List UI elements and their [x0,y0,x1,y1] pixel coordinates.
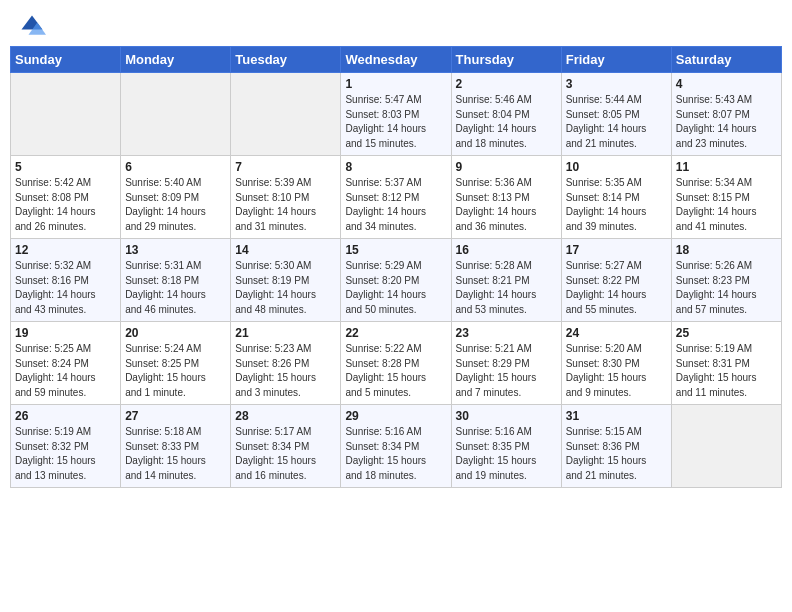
day-info: Sunrise: 5:27 AM Sunset: 8:22 PM Dayligh… [566,259,667,317]
day-number: 28 [235,409,336,423]
calendar-cell: 10Sunrise: 5:35 AM Sunset: 8:14 PM Dayli… [561,156,671,239]
weekday-header-saturday: Saturday [671,47,781,73]
calendar-cell: 14Sunrise: 5:30 AM Sunset: 8:19 PM Dayli… [231,239,341,322]
weekday-header-friday: Friday [561,47,671,73]
calendar-cell: 27Sunrise: 5:18 AM Sunset: 8:33 PM Dayli… [121,405,231,488]
day-number: 29 [345,409,446,423]
day-info: Sunrise: 5:19 AM Sunset: 8:32 PM Dayligh… [15,425,116,483]
calendar-week-1: 5Sunrise: 5:42 AM Sunset: 8:08 PM Daylig… [11,156,782,239]
calendar-cell: 11Sunrise: 5:34 AM Sunset: 8:15 PM Dayli… [671,156,781,239]
calendar-cell: 24Sunrise: 5:20 AM Sunset: 8:30 PM Dayli… [561,322,671,405]
day-info: Sunrise: 5:26 AM Sunset: 8:23 PM Dayligh… [676,259,777,317]
day-info: Sunrise: 5:44 AM Sunset: 8:05 PM Dayligh… [566,93,667,151]
calendar-cell: 4Sunrise: 5:43 AM Sunset: 8:07 PM Daylig… [671,73,781,156]
calendar-cell: 3Sunrise: 5:44 AM Sunset: 8:05 PM Daylig… [561,73,671,156]
calendar-cell [231,73,341,156]
day-number: 19 [15,326,116,340]
day-number: 22 [345,326,446,340]
day-info: Sunrise: 5:37 AM Sunset: 8:12 PM Dayligh… [345,176,446,234]
calendar-cell: 26Sunrise: 5:19 AM Sunset: 8:32 PM Dayli… [11,405,121,488]
calendar-cell: 23Sunrise: 5:21 AM Sunset: 8:29 PM Dayli… [451,322,561,405]
day-info: Sunrise: 5:18 AM Sunset: 8:33 PM Dayligh… [125,425,226,483]
day-info: Sunrise: 5:22 AM Sunset: 8:28 PM Dayligh… [345,342,446,400]
day-number: 25 [676,326,777,340]
calendar-cell: 16Sunrise: 5:28 AM Sunset: 8:21 PM Dayli… [451,239,561,322]
day-number: 21 [235,326,336,340]
day-number: 7 [235,160,336,174]
calendar-cell: 25Sunrise: 5:19 AM Sunset: 8:31 PM Dayli… [671,322,781,405]
calendar-week-0: 1Sunrise: 5:47 AM Sunset: 8:03 PM Daylig… [11,73,782,156]
day-number: 20 [125,326,226,340]
day-number: 18 [676,243,777,257]
day-info: Sunrise: 5:19 AM Sunset: 8:31 PM Dayligh… [676,342,777,400]
day-info: Sunrise: 5:30 AM Sunset: 8:19 PM Dayligh… [235,259,336,317]
calendar-cell: 1Sunrise: 5:47 AM Sunset: 8:03 PM Daylig… [341,73,451,156]
day-info: Sunrise: 5:36 AM Sunset: 8:13 PM Dayligh… [456,176,557,234]
day-number: 2 [456,77,557,91]
day-number: 11 [676,160,777,174]
day-info: Sunrise: 5:40 AM Sunset: 8:09 PM Dayligh… [125,176,226,234]
day-number: 1 [345,77,446,91]
calendar-cell: 15Sunrise: 5:29 AM Sunset: 8:20 PM Dayli… [341,239,451,322]
weekday-header-tuesday: Tuesday [231,47,341,73]
day-number: 15 [345,243,446,257]
calendar-week-2: 12Sunrise: 5:32 AM Sunset: 8:16 PM Dayli… [11,239,782,322]
weekday-header-wednesday: Wednesday [341,47,451,73]
logo [18,12,50,40]
calendar-week-4: 26Sunrise: 5:19 AM Sunset: 8:32 PM Dayli… [11,405,782,488]
day-number: 30 [456,409,557,423]
calendar-cell: 8Sunrise: 5:37 AM Sunset: 8:12 PM Daylig… [341,156,451,239]
day-info: Sunrise: 5:17 AM Sunset: 8:34 PM Dayligh… [235,425,336,483]
day-info: Sunrise: 5:28 AM Sunset: 8:21 PM Dayligh… [456,259,557,317]
day-info: Sunrise: 5:16 AM Sunset: 8:34 PM Dayligh… [345,425,446,483]
day-number: 23 [456,326,557,340]
day-number: 3 [566,77,667,91]
calendar-cell: 29Sunrise: 5:16 AM Sunset: 8:34 PM Dayli… [341,405,451,488]
day-number: 14 [235,243,336,257]
calendar-cell: 12Sunrise: 5:32 AM Sunset: 8:16 PM Dayli… [11,239,121,322]
day-info: Sunrise: 5:47 AM Sunset: 8:03 PM Dayligh… [345,93,446,151]
day-number: 4 [676,77,777,91]
day-info: Sunrise: 5:42 AM Sunset: 8:08 PM Dayligh… [15,176,116,234]
calendar-cell [11,73,121,156]
day-info: Sunrise: 5:16 AM Sunset: 8:35 PM Dayligh… [456,425,557,483]
day-number: 8 [345,160,446,174]
day-number: 31 [566,409,667,423]
day-number: 12 [15,243,116,257]
calendar-cell [671,405,781,488]
calendar-cell: 21Sunrise: 5:23 AM Sunset: 8:26 PM Dayli… [231,322,341,405]
weekday-header-row: SundayMondayTuesdayWednesdayThursdayFrid… [11,47,782,73]
day-number: 9 [456,160,557,174]
day-number: 5 [15,160,116,174]
day-info: Sunrise: 5:39 AM Sunset: 8:10 PM Dayligh… [235,176,336,234]
day-number: 10 [566,160,667,174]
calendar-cell: 31Sunrise: 5:15 AM Sunset: 8:36 PM Dayli… [561,405,671,488]
day-number: 17 [566,243,667,257]
calendar-cell: 17Sunrise: 5:27 AM Sunset: 8:22 PM Dayli… [561,239,671,322]
calendar-table: SundayMondayTuesdayWednesdayThursdayFrid… [10,46,782,488]
day-info: Sunrise: 5:24 AM Sunset: 8:25 PM Dayligh… [125,342,226,400]
page-header [0,0,792,46]
weekday-header-sunday: Sunday [11,47,121,73]
day-number: 27 [125,409,226,423]
day-info: Sunrise: 5:32 AM Sunset: 8:16 PM Dayligh… [15,259,116,317]
calendar-cell: 6Sunrise: 5:40 AM Sunset: 8:09 PM Daylig… [121,156,231,239]
day-info: Sunrise: 5:46 AM Sunset: 8:04 PM Dayligh… [456,93,557,151]
calendar-cell: 22Sunrise: 5:22 AM Sunset: 8:28 PM Dayli… [341,322,451,405]
calendar-cell: 18Sunrise: 5:26 AM Sunset: 8:23 PM Dayli… [671,239,781,322]
weekday-header-monday: Monday [121,47,231,73]
calendar-cell: 13Sunrise: 5:31 AM Sunset: 8:18 PM Dayli… [121,239,231,322]
calendar-week-3: 19Sunrise: 5:25 AM Sunset: 8:24 PM Dayli… [11,322,782,405]
calendar-cell: 28Sunrise: 5:17 AM Sunset: 8:34 PM Dayli… [231,405,341,488]
weekday-header-thursday: Thursday [451,47,561,73]
day-info: Sunrise: 5:43 AM Sunset: 8:07 PM Dayligh… [676,93,777,151]
day-info: Sunrise: 5:21 AM Sunset: 8:29 PM Dayligh… [456,342,557,400]
day-info: Sunrise: 5:20 AM Sunset: 8:30 PM Dayligh… [566,342,667,400]
day-number: 6 [125,160,226,174]
calendar-cell: 9Sunrise: 5:36 AM Sunset: 8:13 PM Daylig… [451,156,561,239]
day-info: Sunrise: 5:35 AM Sunset: 8:14 PM Dayligh… [566,176,667,234]
day-number: 13 [125,243,226,257]
calendar-cell: 20Sunrise: 5:24 AM Sunset: 8:25 PM Dayli… [121,322,231,405]
day-info: Sunrise: 5:15 AM Sunset: 8:36 PM Dayligh… [566,425,667,483]
logo-icon [18,12,46,40]
